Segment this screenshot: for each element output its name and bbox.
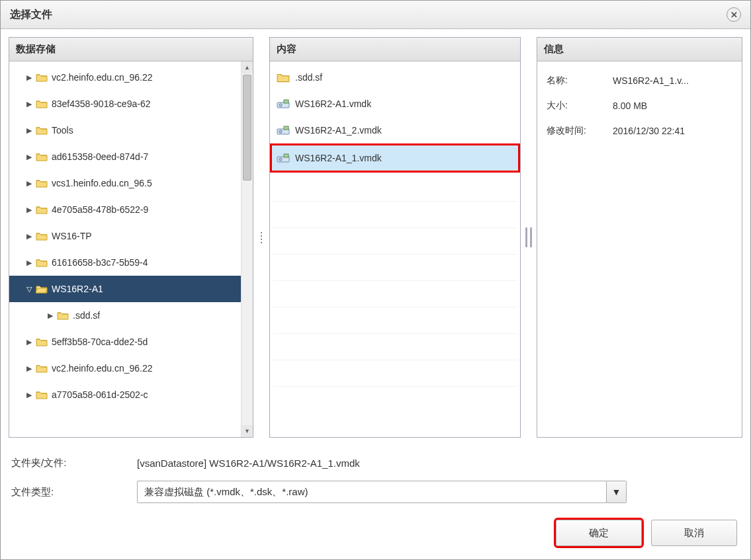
dialog-title: 选择文件: [10, 8, 52, 22]
chevron-down-icon[interactable]: ▽: [25, 285, 33, 294]
close-icon[interactable]: ✕: [727, 7, 741, 22]
tree-item[interactable]: ▶vc2.heinfo.edu.cn_96.22: [9, 64, 253, 91]
tree-item-label: 61616658-b3c7-5b59-4: [52, 257, 148, 268]
list-item-label: WS16R2-A1_2.vmdk: [295, 125, 382, 136]
chevron-right-icon[interactable]: ▶: [25, 179, 33, 188]
list-item[interactable]: WS16R2-A1.vmdk: [270, 91, 520, 117]
type-label: 文件类型:: [11, 486, 137, 499]
panels-row: 数据存储 ▶vc2.heinfo.edu.cn_96.22▶83ef4358-9…: [9, 37, 742, 438]
info-panel: 信息 名称: WS16R2-A1_1.v... 大小: 8.00 MB 修改时间…: [537, 37, 742, 438]
tree-item[interactable]: ▶83ef4358-9018-ce9a-62: [9, 91, 253, 117]
tree-item[interactable]: ▽WS16R2-A1: [9, 276, 253, 302]
tree-item-label: vc2.heinfo.edu.cn_96.22: [52, 363, 153, 374]
tree-item-label: 83ef4358-9018-ce9a-62: [52, 99, 150, 109]
scrollbar-thumb[interactable]: [243, 75, 251, 180]
chevron-right-icon[interactable]: ▶: [25, 100, 33, 108]
chevron-right-icon[interactable]: ▶: [25, 391, 33, 399]
cancel-button[interactable]: 取消: [651, 520, 737, 546]
datastore-tree-body: ▶vc2.heinfo.edu.cn_96.22▶83ef4358-9018-c…: [9, 61, 253, 437]
tree-item-label: 4e705a58-478b-6522-9: [52, 204, 148, 215]
folder-icon: [36, 205, 48, 214]
chevron-right-icon[interactable]: ▶: [25, 232, 33, 241]
content-panel-header: 内容: [270, 38, 520, 61]
content-list[interactable]: .sdd.sfWS16R2-A1.vmdkWS16R2-A1_2.vmdkWS1…: [270, 61, 520, 175]
tree-scrollbar[interactable]: ▲ ▼: [241, 61, 253, 437]
folder-icon: [36, 152, 48, 161]
tree-item[interactable]: ▶Tools: [9, 117, 253, 143]
field-row-path: 文件夹/文件: [vsanDatastore] WS16R2-A1/WS16R2…: [11, 448, 740, 477]
content-panel: 内容 .sdd.sfWS16R2-A1.vmdkWS16R2-A1_2.vmdk…: [269, 37, 521, 438]
dialog-body: 数据存储 ▶vc2.heinfo.edu.cn_96.22▶83ef4358-9…: [1, 29, 750, 559]
splitter-right[interactable]: [521, 37, 537, 438]
tree-item[interactable]: ▶.sdd.sf: [9, 302, 253, 329]
tree-item-label: vcs1.heinfo.edu.cn_96.5: [52, 178, 152, 188]
folder-icon: [36, 364, 48, 373]
folder-icon: [36, 73, 48, 82]
tree-item-label: Tools: [52, 125, 73, 136]
info-row-size: 大小: 8.00 MB: [547, 93, 732, 118]
info-mtime-label: 修改时间:: [547, 125, 613, 137]
button-row: 确定 取消: [9, 517, 742, 551]
tree-item[interactable]: ▶5eff3b58-70ca-dde2-5d: [9, 329, 253, 355]
tree-item-label: a7705a58-061d-2502-c: [52, 389, 148, 400]
tree-item[interactable]: ▶4e705a58-478b-6522-9: [9, 196, 253, 223]
folder-open-icon: [36, 284, 48, 294]
folder-icon: [36, 126, 48, 135]
folder-icon: [36, 179, 48, 188]
info-mtime-value: 2016/12/30 22:41: [613, 126, 732, 136]
chevron-right-icon[interactable]: ▶: [25, 364, 33, 373]
info-name-value: WS16R2-A1_1.v...: [613, 75, 732, 86]
folder-icon: [57, 311, 69, 320]
list-item-label: WS16R2-A1_1.vmdk: [295, 153, 382, 163]
disk-icon: [277, 99, 290, 109]
disk-icon: [277, 125, 290, 136]
field-row-type: 文件类型: 兼容虚拟磁盘 (*.vmdk、*.dsk、*.raw) ▼: [11, 477, 740, 506]
file-type-select[interactable]: 兼容虚拟磁盘 (*.vmdk、*.dsk、*.raw) ▼: [137, 481, 627, 503]
chevron-right-icon[interactable]: ▶: [25, 126, 33, 135]
splitter-left[interactable]: [253, 37, 269, 438]
datastore-panel-header: 数据存储: [9, 38, 253, 61]
path-label: 文件夹/文件:: [11, 457, 137, 469]
file-chooser-dialog: 选择文件 ✕ 数据存储 ▶vc2.heinfo.edu.cn_96.22▶83e…: [0, 0, 751, 560]
folder-icon: [36, 99, 48, 108]
tree-item-label: ad615358-0eed-874d-7: [52, 151, 148, 162]
tree-item-label: WS16R2-A1: [52, 284, 103, 294]
tree-item[interactable]: ▶WS16-TP: [9, 223, 253, 249]
list-item[interactable]: .sdd.sf: [270, 64, 520, 91]
chevron-right-icon[interactable]: ▶: [25, 73, 33, 82]
path-value: [vsanDatastore] WS16R2-A1/WS16R2-A1_1.vm…: [137, 458, 740, 469]
list-item-label: WS16R2-A1.vmdk: [295, 99, 371, 109]
list-item[interactable]: WS16R2-A1_1.vmdk: [270, 143, 520, 173]
tree-item[interactable]: ▶vcs1.heinfo.edu.cn_96.5: [9, 170, 253, 196]
datastore-tree[interactable]: ▶vc2.heinfo.edu.cn_96.22▶83ef4358-9018-c…: [9, 61, 253, 437]
scroll-up-icon[interactable]: ▲: [242, 61, 253, 73]
scroll-down-icon[interactable]: ▼: [242, 425, 253, 437]
tree-item[interactable]: ▶ad615358-0eed-874d-7: [9, 143, 253, 170]
file-type-value: 兼容虚拟磁盘 (*.vmdk、*.dsk、*.raw): [137, 481, 607, 503]
disk-icon: [277, 153, 290, 163]
info-panel-header: 信息: [537, 38, 742, 61]
tree-item[interactable]: ▶a7705a58-061d-2502-c: [9, 381, 253, 408]
content-list-body: .sdd.sfWS16R2-A1.vmdkWS16R2-A1_2.vmdkWS1…: [270, 61, 520, 437]
chevron-right-icon[interactable]: ▶: [25, 153, 33, 161]
list-item[interactable]: WS16R2-A1_2.vmdk: [270, 117, 520, 143]
folder-icon: [36, 390, 48, 399]
chevron-right-icon[interactable]: ▶: [25, 206, 33, 214]
tree-item[interactable]: ▶vc2.heinfo.edu.cn_96.22: [9, 355, 253, 381]
chevron-right-icon[interactable]: ▶: [46, 311, 54, 320]
chevron-right-icon[interactable]: ▶: [25, 338, 33, 346]
list-item-label: .sdd.sf: [295, 72, 322, 83]
ok-button[interactable]: 确定: [556, 520, 642, 546]
folder-icon: [36, 231, 48, 241]
info-size-value: 8.00 MB: [613, 100, 732, 111]
info-size-label: 大小:: [547, 100, 613, 112]
tree-item[interactable]: ▶61616658-b3c7-5b59-4: [9, 249, 253, 276]
tree-item-label: WS16-TP: [52, 231, 92, 241]
tree-item-label: .sdd.sf: [73, 310, 100, 321]
info-name-label: 名称:: [547, 75, 613, 87]
info-row-name: 名称: WS16R2-A1_1.v...: [547, 68, 732, 93]
chevron-right-icon[interactable]: ▶: [25, 259, 33, 267]
info-row-mtime: 修改时间: 2016/12/30 22:41: [547, 118, 732, 143]
datastore-panel: 数据存储 ▶vc2.heinfo.edu.cn_96.22▶83ef4358-9…: [9, 37, 253, 438]
chevron-down-icon[interactable]: ▼: [607, 481, 627, 503]
